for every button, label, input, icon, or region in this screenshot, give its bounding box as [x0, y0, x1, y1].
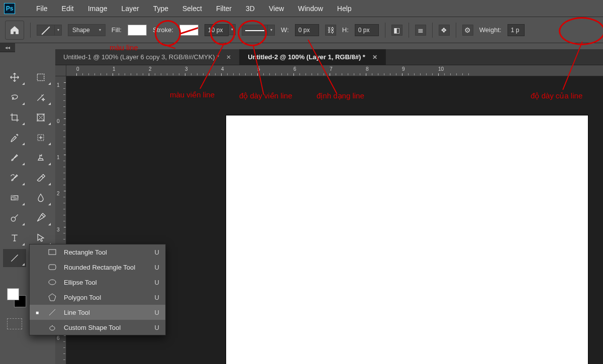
menu-type[interactable]: Type	[146, 5, 175, 13]
gear-icon[interactable]: ⚙	[462, 25, 473, 36]
menu-filter[interactable]: Filter	[209, 5, 239, 13]
link-wh-icon[interactable]: ⛓	[325, 25, 336, 36]
horizontal-ruler[interactable]: 012345678910	[66, 65, 603, 76]
quick-mask-toggle[interactable]	[7, 318, 22, 329]
stroke-style-swatch[interactable]	[242, 25, 268, 36]
svg-point-4	[11, 217, 15, 221]
weight-input[interactable]: 1 p	[508, 24, 525, 36]
tab-title: Untitled-2 @ 100% (Layer 1, RGB/8#) *	[248, 53, 365, 61]
menu-layer[interactable]: Layer	[115, 5, 146, 13]
collapse-toolbar-button[interactable]: ◂◂	[0, 43, 15, 52]
fill-swatch[interactable]	[128, 25, 147, 36]
pen-tool[interactable]	[29, 209, 52, 227]
fill-label: Fill:	[112, 26, 122, 34]
blur-tool[interactable]	[29, 189, 52, 207]
flyout-item-shortcut: U	[155, 264, 159, 271]
gradient-tool[interactable]	[3, 189, 26, 207]
flyout-item-shortcut: U	[155, 294, 159, 301]
stroke-label: Stroke:	[153, 26, 173, 34]
healing-brush-tool[interactable]	[29, 129, 52, 147]
menu-bar: Ps File Edit Image Layer Type Select Fil…	[0, 0, 603, 17]
mode-dropdown[interactable]: Shape ▾	[68, 24, 106, 36]
polygon-icon	[48, 293, 57, 302]
crop-tool[interactable]	[3, 108, 26, 127]
svg-rect-7	[49, 265, 56, 270]
svg-point-8	[49, 280, 56, 285]
magic-wand-tool[interactable]	[29, 88, 52, 106]
selected-mark: ■	[36, 310, 41, 315]
flyout-item-custom-shape[interactable]: Custom Shape Tool U	[30, 320, 165, 335]
chevron-down-icon: ▾	[99, 28, 101, 32]
flyout-item-line[interactable]: ■ Line Tool U	[30, 305, 165, 320]
annotation-line	[167, 45, 176, 49]
svg-rect-6	[49, 250, 56, 255]
slice-tool[interactable]	[29, 108, 52, 127]
flyout-item-shortcut: U	[155, 249, 159, 256]
canvas[interactable]	[226, 115, 588, 364]
flyout-item-ellipse[interactable]: Ellipse Tool U	[30, 275, 165, 290]
flyout-item-shortcut: U	[155, 279, 159, 286]
ruler-origin[interactable]	[55, 65, 66, 76]
separator	[456, 23, 456, 38]
type-tool[interactable]	[3, 229, 26, 247]
height-label: H:	[342, 26, 349, 34]
color-swatches[interactable]	[7, 288, 27, 308]
flyout-item-shortcut: U	[155, 324, 159, 331]
separator	[432, 23, 433, 38]
home-button[interactable]	[5, 21, 24, 40]
path-operations-icon[interactable]: ◧	[391, 25, 403, 36]
flyout-item-rounded-rectangle[interactable]: Rounded Rectangle Tool U	[30, 260, 165, 275]
separator	[30, 23, 31, 38]
stroke-width-dropdown[interactable]: ▾	[229, 24, 236, 35]
mode-label: Shape	[72, 27, 90, 34]
close-icon[interactable]: ✕	[226, 54, 231, 61]
stroke-style-dropdown[interactable]: ▾	[268, 25, 275, 36]
width-label: W:	[281, 26, 289, 34]
marquee-tool[interactable]	[29, 68, 52, 86]
eyedropper-tool[interactable]	[3, 129, 26, 147]
flyout-item-label: Rounded Rectangle Tool	[64, 264, 148, 271]
flyout-item-rectangle[interactable]: Rectangle Tool U	[30, 245, 165, 260]
menu-image[interactable]: Image	[81, 5, 115, 13]
document-tab[interactable]: Untitled-2 @ 100% (Layer 1, RGB/8#) * ✕	[240, 49, 386, 65]
menu-window[interactable]: Window	[291, 5, 330, 13]
menu-help[interactable]: Help	[330, 5, 359, 13]
line-tool[interactable]	[3, 249, 26, 267]
menu-view[interactable]: View	[262, 5, 291, 13]
history-brush-tool[interactable]	[3, 169, 26, 187]
dodge-tool[interactable]	[3, 209, 26, 227]
menu-edit[interactable]: Edit	[55, 5, 81, 13]
menu-select[interactable]: Select	[175, 5, 209, 13]
eraser-tool[interactable]	[29, 169, 52, 187]
app-logo: Ps	[4, 3, 15, 14]
line-icon	[48, 308, 57, 317]
height-input[interactable]: 0 px	[355, 24, 379, 36]
clone-stamp-tool[interactable]	[29, 149, 52, 167]
lasso-tool[interactable]	[3, 88, 26, 106]
svg-rect-0	[37, 74, 44, 80]
options-bar: ▾ Shape ▾ Fill: Stroke: 10 px ▾ ▾ W: 0 p…	[0, 17, 603, 43]
document-tab[interactable]: Untitled-1 @ 100% (Layer 6 copy 3, RGB/8…	[55, 49, 240, 65]
menu-file[interactable]: File	[29, 5, 55, 13]
tool-preset-dropdown[interactable]: ▾	[55, 25, 62, 36]
close-icon[interactable]: ✕	[372, 54, 377, 61]
brush-tool[interactable]	[3, 149, 26, 167]
stroke-swatch[interactable]	[179, 25, 198, 36]
menu-3d[interactable]: 3D	[239, 5, 262, 13]
tool-preset-icon[interactable]	[37, 25, 55, 36]
stroke-width-input[interactable]: 10 px	[205, 24, 229, 36]
flyout-item-label: Custom Shape Tool	[64, 324, 148, 331]
width-input[interactable]: 0 px	[295, 24, 319, 36]
move-tool[interactable]	[3, 68, 26, 86]
arrange-icon[interactable]: ❖	[439, 25, 450, 36]
separator	[409, 23, 409, 38]
flyout-item-label: Rectangle Tool	[64, 249, 148, 256]
ellipse-icon	[48, 278, 57, 287]
flyout-item-label: Polygon Tool	[64, 294, 148, 301]
shape-tool-flyout: Rectangle Tool U Rounded Rectangle Tool …	[29, 244, 166, 335]
flyout-item-polygon[interactable]: Polygon Tool U	[30, 290, 165, 305]
foreground-color-swatch[interactable]	[7, 288, 19, 300]
align-edges-icon[interactable]: ≣	[415, 25, 426, 36]
rectangle-icon	[48, 248, 57, 257]
flyout-item-label: Ellipse Tool	[64, 279, 148, 286]
